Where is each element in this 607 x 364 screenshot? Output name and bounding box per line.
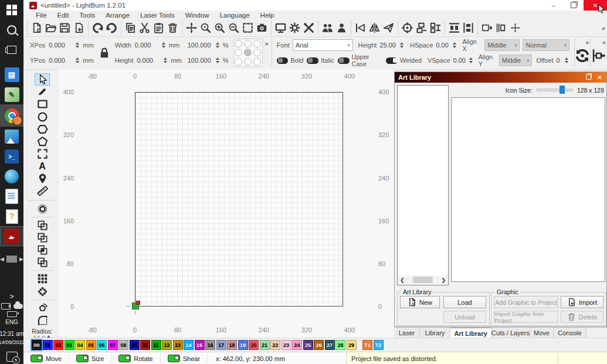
color-swatch-15[interactable]: 15 [195, 340, 205, 350]
import-icon[interactable] [73, 22, 84, 33]
offset-spinner[interactable] [565, 57, 568, 63]
width-spinner[interactable] [162, 42, 165, 48]
color-swatch-11[interactable]: 11 [151, 340, 161, 350]
slider-knob[interactable] [559, 86, 565, 94]
color-swatch-06[interactable]: 06 [97, 340, 107, 350]
width-percent-field[interactable]: 100.000 [188, 42, 215, 49]
task-view-button[interactable] [0, 40, 23, 60]
dock-swap-icon[interactable] [496, 22, 507, 33]
color-swatch-03[interactable]: 03 [65, 340, 74, 350]
multi-user-icon[interactable] [322, 22, 333, 33]
frame-corners-tool[interactable] [35, 148, 49, 159]
taskbar-app-snip[interactable]: ▤ [0, 64, 23, 84]
preview-monitor-icon[interactable] [275, 22, 286, 33]
sync-variable-text-icon[interactable] [575, 48, 590, 63]
scroll-right-icon[interactable]: ▶ [19, 256, 23, 262]
color-swatch-26[interactable]: 26 [314, 340, 324, 350]
font-combo[interactable]: Arial▾ [293, 39, 353, 51]
color-swatch-08[interactable]: 08 [118, 340, 128, 350]
width-percent-spinner[interactable] [216, 42, 219, 48]
vspace-field[interactable]: 0.00 [453, 57, 468, 64]
ypos-field[interactable]: 0.000 [49, 57, 74, 64]
color-swatch-13[interactable]: 13 [173, 340, 183, 350]
height-field[interactable]: 0.000 [137, 57, 162, 64]
color-swatch-14[interactable]: 14 [184, 340, 194, 350]
edit-nodes-tool[interactable] [35, 136, 49, 147]
machine-settings-icon[interactable] [303, 22, 314, 33]
position-laser-tool[interactable] [35, 173, 49, 184]
minimize-button[interactable]: – [544, 0, 564, 11]
lock-aspect-icon[interactable] [99, 47, 110, 59]
color-swatch-20[interactable]: 20 [249, 340, 259, 350]
tab-art-library[interactable]: Art Library [450, 328, 491, 338]
bold-toggle[interactable] [277, 57, 289, 64]
laser-pointer-icon[interactable] [355, 22, 366, 33]
tab-cuts-layers[interactable]: Cuts / Layers [491, 328, 530, 338]
color-swatch-22[interactable]: 22 [270, 340, 280, 350]
paste-icon[interactable] [153, 22, 164, 33]
color-swatch-T2[interactable]: T2 [374, 340, 384, 350]
color-swatch-17[interactable]: 17 [216, 340, 226, 350]
clock-date[interactable]: 14/09/2022 [0, 339, 25, 345]
rotate-toggle[interactable] [118, 355, 131, 362]
rotate-shape-tool[interactable] [35, 302, 49, 314]
restore-button[interactable] [564, 0, 584, 11]
height-spinner[interactable] [164, 57, 167, 63]
taskbar-app-lightburn[interactable] [0, 226, 23, 246]
taskbar-app-photo-editor[interactable]: ✎ [0, 84, 23, 104]
color-swatch-19[interactable]: 19 [238, 340, 248, 350]
pan-icon[interactable] [186, 22, 197, 33]
overflow-chevron[interactable]: » [602, 39, 605, 46]
distribute-h-icon[interactable] [449, 22, 460, 33]
italic-toggle[interactable] [307, 57, 318, 64]
tab-library[interactable]: Library [420, 328, 450, 338]
hspace-field[interactable]: 0.00 [436, 42, 452, 49]
scroll-left-icon[interactable]: ◀ [0, 256, 4, 262]
boolean-subtract-tool[interactable] [35, 232, 49, 243]
alignx-combo[interactable]: Middle▾ [484, 39, 520, 51]
color-swatch-28[interactable]: 28 [335, 340, 345, 350]
ypos-spinner[interactable] [76, 57, 79, 63]
xpos-spinner[interactable] [76, 42, 79, 48]
menu-file[interactable]: File [30, 12, 52, 19]
color-swatch-T1[interactable]: T1 [362, 340, 372, 350]
load-library-button[interactable]: Load [443, 296, 486, 308]
color-swatch-10[interactable]: 10 [140, 340, 150, 350]
workspace-grid[interactable] [135, 92, 343, 307]
select-tool[interactable] [35, 74, 49, 85]
taskbar-app-notepad[interactable] [0, 186, 23, 206]
new-file-icon[interactable] [31, 22, 42, 33]
color-swatch-09[interactable]: 09 [130, 340, 140, 350]
taskbar-app-powershell[interactable]: >_ [0, 147, 23, 166]
color-swatch-00[interactable]: 00 [32, 340, 42, 350]
cut-icon[interactable] [139, 22, 150, 33]
color-swatch-02[interactable]: 02 [53, 340, 63, 350]
save-icon[interactable] [59, 22, 70, 33]
boolean-intersect-tool[interactable] [35, 244, 49, 256]
search-button[interactable] [0, 20, 23, 40]
height-percent-field[interactable]: 100.000 [188, 57, 215, 64]
zoom-in-icon[interactable] [214, 22, 225, 33]
corner-radius-tool[interactable] [35, 315, 49, 326]
close-button[interactable]: ✕ [584, 0, 607, 11]
anchor-center[interactable] [244, 49, 252, 56]
frame-selection-icon[interactable] [242, 22, 253, 33]
color-swatch-27[interactable]: 27 [325, 340, 335, 350]
copy-icon[interactable] [125, 22, 136, 33]
scroll-thumb[interactable] [6, 256, 17, 263]
circular-array-tool[interactable] [35, 286, 49, 297]
print-cut-marker-b-icon[interactable] [430, 22, 441, 33]
rectangle-tool[interactable] [35, 98, 49, 110]
camera-capture-icon[interactable] [256, 22, 267, 33]
tab-laser[interactable]: Laser [394, 328, 420, 338]
tab-console[interactable]: Console [554, 328, 586, 338]
style-combo[interactable]: Normal▾ [523, 39, 569, 51]
delete-icon[interactable] [167, 22, 178, 33]
overflow-chevron[interactable]: » [602, 25, 605, 32]
undo-icon[interactable] [92, 22, 103, 33]
scroll-right-icon[interactable]: ❯ [441, 277, 446, 283]
taskbar-app-chrome[interactable] [0, 104, 23, 127]
measure-tool[interactable] [35, 185, 49, 196]
color-swatch-12[interactable]: 12 [162, 340, 172, 350]
menu-arrange[interactable]: Arrange [100, 12, 135, 19]
